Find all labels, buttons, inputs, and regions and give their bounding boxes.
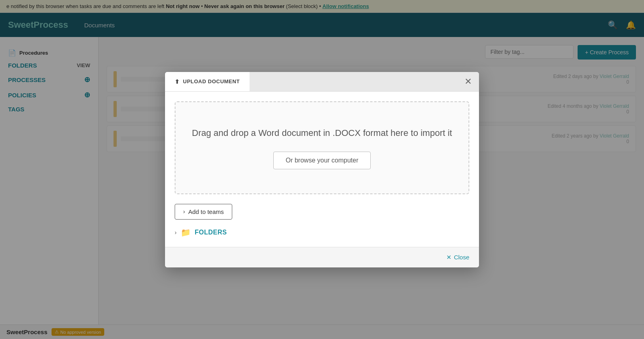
close-button-icon: ✕ xyxy=(446,254,452,261)
modal-body: Drag and drop a Word document in .DOCX f… xyxy=(165,92,479,247)
add-to-teams-button[interactable]: › Add to teams xyxy=(175,204,232,220)
add-teams-chevron: › xyxy=(183,208,185,215)
modal-tab-bar: ⬆ UPLOAD DOCUMENT ✕ xyxy=(165,72,479,92)
modal-close-button[interactable]: ✕ Close xyxy=(446,254,469,261)
upload-document-tab[interactable]: ⬆ UPLOAD DOCUMENT xyxy=(165,72,250,91)
folders-label: FOLDERS xyxy=(195,229,227,236)
modal-close-x-button[interactable]: ✕ xyxy=(457,73,479,90)
add-teams-label: Add to teams xyxy=(188,208,224,215)
modal-overlay[interactable]: ⬆ UPLOAD DOCUMENT ✕ Drag and drop a Word… xyxy=(0,0,644,339)
upload-document-modal: ⬆ UPLOAD DOCUMENT ✕ Drag and drop a Word… xyxy=(165,72,479,267)
browse-computer-button[interactable]: Or browse your computer xyxy=(273,152,371,169)
upload-tab-label: UPLOAD DOCUMENT xyxy=(183,78,240,84)
folders-folder-icon: 📁 xyxy=(181,228,191,237)
folders-section[interactable]: › 📁 FOLDERS xyxy=(175,228,469,237)
close-button-label: Close xyxy=(454,254,469,261)
drop-zone-text: Drag and drop a Word document in .DOCX f… xyxy=(192,126,452,140)
folders-chevron: › xyxy=(175,229,177,236)
drop-zone[interactable]: Drag and drop a Word document in .DOCX f… xyxy=(175,101,469,194)
upload-tab-icon: ⬆ xyxy=(175,78,180,85)
modal-footer: ✕ Close xyxy=(165,247,479,267)
